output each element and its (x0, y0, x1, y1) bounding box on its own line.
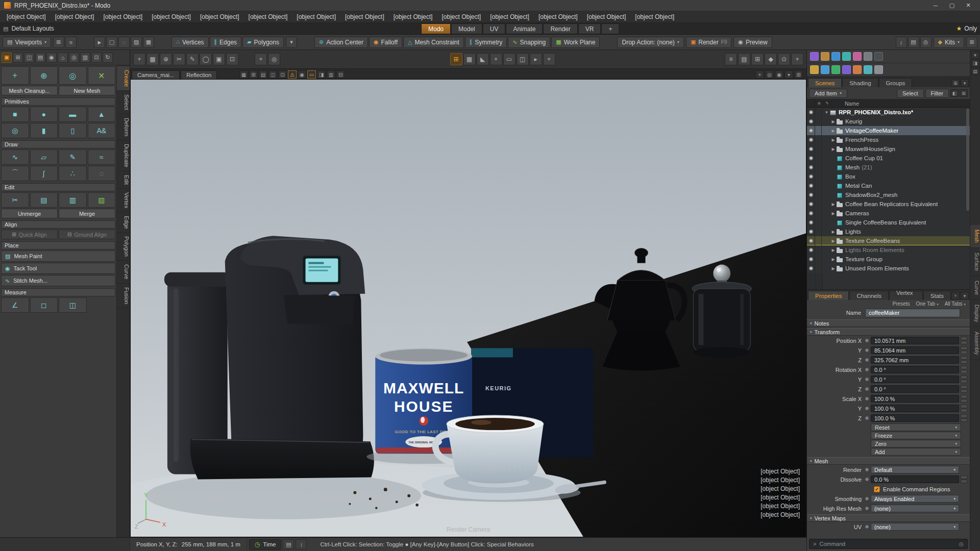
refresh-icon[interactable]: ↻ (103, 53, 113, 63)
menu-item[interactable]: [object Object] (485, 12, 534, 22)
orbit-icon[interactable]: ◉ (775, 70, 783, 79)
notes-section-header[interactable]: ▾ Notes (807, 319, 970, 327)
property-value-field[interactable]: ✓ 100.0 % ▾ (871, 395, 959, 403)
form-category-tab[interactable]: Surface (970, 248, 980, 276)
channel-state-toggle[interactable] (865, 396, 869, 401)
preset-cyan-icon[interactable] (864, 65, 872, 74)
layouts-icon[interactable]: ▤ (3, 26, 8, 32)
toolbox-button[interactable]: New Mesh (59, 86, 115, 95)
align-button[interactable]: ⊞ Quick Align (1, 230, 58, 239)
columns-icon[interactable]: ▥ (80, 53, 90, 63)
draw-icon[interactable]: ✎ (186, 53, 199, 65)
home-icon[interactable]: ⌂ (58, 53, 68, 63)
preset-pink-icon[interactable] (853, 52, 862, 61)
visibility-toggle[interactable] (807, 163, 815, 172)
grid-toggle-icon[interactable]: ⊞ (249, 70, 258, 79)
shade-mode-icon[interactable]: ▤ (259, 70, 267, 79)
cone-icon[interactable]: ▲ (88, 107, 116, 122)
layout-rows-icon[interactable]: ≡ (65, 37, 77, 48)
visibility-toggle[interactable] (807, 255, 815, 264)
expand-panel-icon[interactable]: ⊞ (951, 79, 960, 87)
arc-icon[interactable]: ⌒ (1, 166, 29, 181)
transform-section-header[interactable]: ▾ Transform (807, 328, 970, 336)
paint-icon[interactable]: ▨ (88, 192, 116, 208)
property-value-field[interactable]: ✓ 325.7062 mm ▾ (871, 356, 959, 364)
visibility-toggle[interactable] (807, 199, 815, 209)
detail-view-icon[interactable]: ▤ (738, 53, 750, 65)
channel-state-toggle[interactable] (865, 348, 869, 353)
axis-icon[interactable]: ⊕ (160, 53, 172, 65)
toolbox-tab[interactable]: Duplicate (117, 140, 130, 171)
channel-state-toggle[interactable] (865, 367, 869, 372)
value-spinner[interactable] (961, 414, 967, 422)
search-tool-icon[interactable]: ◎ (268, 53, 280, 65)
preset-dark-icon[interactable] (874, 52, 883, 61)
visibility-toggle[interactable] (807, 144, 815, 154)
place-tool-row[interactable]: ▨ Mesh Paint (1, 251, 115, 262)
add-column-icon[interactable]: ⊕ (815, 101, 823, 106)
copy-icon[interactable]: ▤ (30, 192, 58, 208)
form-category-tab[interactable]: Mesh (970, 225, 980, 248)
tree-item-row[interactable]: Mesh (21) (807, 163, 970, 172)
bevel-icon[interactable]: ◣ (477, 53, 489, 65)
tree-item-row[interactable]: ▶ VintageCoffeeMaker (807, 126, 970, 135)
viewport-tab[interactable]: Camera_mai... (132, 70, 180, 79)
toolbox-tab[interactable]: Select (117, 91, 130, 114)
paste-icon[interactable]: ▥ (59, 192, 87, 208)
cylinder-icon[interactable]: ▮ (30, 123, 58, 138)
menu-item[interactable]: [object Object] (582, 12, 631, 22)
drop-action-dropdown[interactable]: Drop Action: (none) ▾ (617, 37, 683, 48)
toolbox-tab[interactable]: Fusion (117, 284, 130, 308)
tree-item-row[interactable]: ▶ FrenchPress (807, 135, 970, 144)
property-value-field[interactable]: ✓ 100.0 % ▾ (871, 414, 959, 422)
channel-state-toggle[interactable] (865, 506, 869, 511)
all-tabs-dropdown[interactable]: All Tabs▾ (945, 301, 966, 307)
layout-tab[interactable]: UV (483, 23, 506, 34)
toolbox-tab[interactable]: Deform (117, 114, 130, 140)
component-mode-button[interactable]: ▰ Polygons (242, 37, 284, 48)
tree-item-row[interactable]: ▶ Keurig (807, 117, 970, 126)
form-category-tab[interactable]: Assembly (970, 327, 980, 360)
element-select-icon[interactable]: ▦ (143, 37, 154, 48)
menu-item[interactable]: [object Object] (51, 12, 99, 22)
tree-item-row[interactable]: ▶ Lights Room Elements (807, 245, 970, 255)
paint-select-icon[interactable]: ▨ (131, 37, 142, 48)
channel-state-toggle[interactable] (865, 377, 869, 382)
cut-icon[interactable]: ✂ (1, 192, 29, 208)
cursor-select-icon[interactable]: ► (94, 37, 105, 48)
rectangle-select-icon[interactable]: ▢ (106, 37, 117, 48)
preset-purple-icon[interactable] (810, 52, 819, 61)
channel-state-toggle[interactable] (865, 406, 869, 411)
maximize-button[interactable]: ▢ (944, 1, 960, 10)
run-icon[interactable]: ▸ (530, 53, 542, 65)
value-spinner[interactable] (961, 375, 967, 383)
maximize-viewport-icon[interactable]: ⊞ (794, 70, 803, 79)
preset-sky-icon[interactable] (821, 65, 829, 74)
active-tool-icon[interactable]: ▣ (2, 53, 12, 63)
preset-amber-icon[interactable] (821, 52, 829, 61)
primitives-section-header[interactable]: Primitives (1, 97, 115, 106)
scene-panel-tab[interactable]: Groups (879, 78, 913, 87)
preset-teal-icon[interactable] (842, 52, 851, 61)
tree-item-row[interactable]: Box (807, 172, 970, 181)
pen-icon[interactable]: ✎ (59, 149, 87, 165)
falloff-tool-icon[interactable]: ✕ (88, 66, 116, 85)
mesh-section-header[interactable]: ▾ Mesh (807, 457, 970, 465)
tree-item-row[interactable]: Coffee Cup 01 (807, 154, 970, 163)
polygon-pen-icon[interactable]: ▱ (30, 149, 58, 165)
extrude-icon[interactable]: + (490, 53, 502, 65)
mirror-icon[interactable]: ◫ (24, 53, 34, 63)
layout-tab[interactable]: Modo (421, 23, 451, 34)
tree-item-row[interactable]: ▶ Lights (807, 227, 970, 236)
strip-menu-icon[interactable]: ▾ (971, 52, 979, 59)
property-value-field[interactable]: ✓ 85.1064 mm ▾ (871, 346, 959, 354)
channel-state-toggle[interactable] (865, 524, 869, 529)
tree-item-row[interactable]: ▶ MaxwellHouseSign (807, 144, 970, 154)
tree-item-row[interactable]: ▶ Cameras (807, 209, 970, 218)
item-name-input[interactable]: coffeeMaker (865, 309, 960, 317)
channel-state-toggle[interactable] (865, 338, 869, 343)
one-tab-dropdown[interactable]: One Tab▾ (916, 301, 939, 307)
visibility-toggle[interactable] (807, 218, 815, 227)
channel-state-toggle[interactable] (865, 387, 869, 391)
slice-icon[interactable]: ✂ (173, 53, 185, 65)
